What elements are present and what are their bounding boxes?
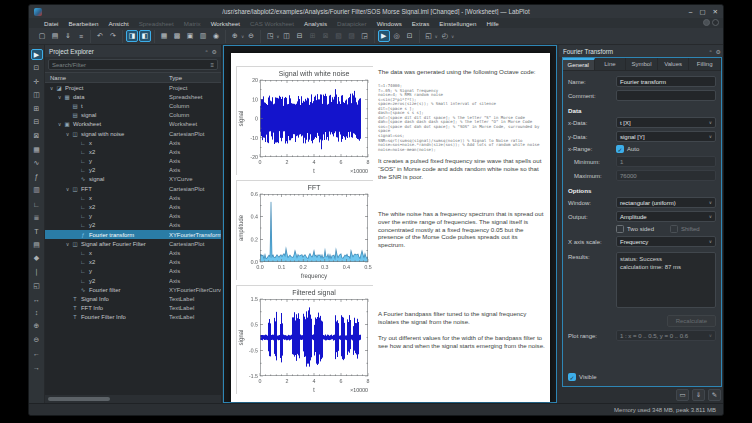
expander-icon[interactable]: ∨ xyxy=(48,85,55,91)
menu-bearbeiten[interactable]: Bearbeiten xyxy=(63,20,103,27)
two-sided-checkbox[interactable] xyxy=(616,225,624,233)
plot-signal-with-noise-canvas[interactable] xyxy=(237,67,374,176)
auto-scale-icon[interactable]: ◱ xyxy=(31,280,43,291)
move-mode-icon[interactable]: ✛ xyxy=(31,76,43,87)
close-button[interactable]: ✕ xyxy=(713,5,718,18)
edit-mode-icon[interactable]: ◲ xyxy=(359,30,371,42)
tab-symbol[interactable]: Symbol xyxy=(626,58,658,70)
tree-row-fourier-transform[interactable]: ƒFourier transformXYFourierTransformCur xyxy=(45,230,221,239)
open-project-icon[interactable]: ▤ xyxy=(49,30,61,42)
crosshair-mode-icon[interactable]: ◎ xyxy=(391,30,403,42)
menu-ansicht[interactable]: Ansicht xyxy=(103,20,133,27)
comment-input[interactable] xyxy=(616,90,716,101)
plot-filtered-signal[interactable] xyxy=(236,285,373,394)
tree-row-fft-info[interactable]: TFFT InfoTextLabel xyxy=(45,304,221,313)
text-label-tryout[interactable]: Try out different values for the width o… xyxy=(378,334,545,350)
add-cartesian-plot-icon[interactable]: ◫ xyxy=(31,90,43,101)
maximize-button[interactable]: ▢ xyxy=(699,5,705,18)
plot-fft[interactable] xyxy=(236,180,373,280)
horizontal-scrollbar[interactable] xyxy=(47,397,219,401)
add-plot-two-axes-icon[interactable]: ⊞ xyxy=(31,103,43,114)
tree-row-y[interactable]: ∟yAxis xyxy=(45,267,221,276)
tree-row-signal-info[interactable]: TSignal InfoTextLabel xyxy=(45,294,221,303)
layout-horizontal-icon[interactable]: ⊟ xyxy=(294,30,306,42)
new-worksheet-icon[interactable]: ▣ xyxy=(184,30,196,42)
menu-worksheet[interactable]: Worksheet xyxy=(206,20,245,27)
menu-einstellungen[interactable]: Einstellungen xyxy=(434,20,481,27)
tree-row-data[interactable]: ∨▦dataSpreadsheet xyxy=(45,92,221,101)
tree-row-fourier-filter[interactable]: ∿Fourier filterXYFourierFilterCurve xyxy=(45,285,221,294)
tab-values[interactable]: Values xyxy=(658,58,690,70)
new-spreadsheet-icon[interactable]: ▦ xyxy=(158,30,170,42)
tab-general[interactable]: General xyxy=(563,58,595,70)
new-matrix-icon[interactable]: ▩ xyxy=(171,30,183,42)
window-select[interactable]: rectangular (uniform)∨ xyxy=(616,197,716,208)
zoom-in-icon[interactable]: ⊕ xyxy=(229,30,241,42)
y-data-select[interactable]: signal [Y]∨ xyxy=(616,131,716,142)
print-icon[interactable]: ≡ xyxy=(75,30,87,42)
scrollbar-thumb[interactable] xyxy=(48,397,110,401)
menu-windows[interactable]: Windows xyxy=(372,20,407,27)
add-plot-two-axes-centered-icon[interactable]: ⊟ xyxy=(31,117,43,128)
plot-filtered-signal-canvas[interactable] xyxy=(237,286,374,395)
type-column-header[interactable]: Type xyxy=(169,75,221,81)
output-select[interactable]: Amplitude∨ xyxy=(616,211,716,222)
visible-checkbox[interactable]: ✓ xyxy=(568,373,576,381)
tree-row-t[interactable]: ▤tColumn xyxy=(45,101,221,110)
undo-icon[interactable]: ↶ xyxy=(94,30,106,42)
tree-row-x2[interactable]: ∟x2Axis xyxy=(45,147,221,156)
tree-row-y[interactable]: ∟yAxis xyxy=(45,212,221,221)
new-notes-icon[interactable]: ▥ xyxy=(197,30,209,42)
export-worksheet-icon[interactable]: ◳ xyxy=(264,30,276,42)
tree-row-project[interactable]: ∨◪ProjectProject xyxy=(45,83,221,92)
load-function-button[interactable]: ▭ xyxy=(676,389,689,401)
expander-icon[interactable]: ∨ xyxy=(56,121,63,127)
add-text-label-icon[interactable]: T xyxy=(31,226,43,237)
chevron-down-icon[interactable]: ∨ xyxy=(435,34,438,39)
shift-right-x-icon[interactable]: → xyxy=(31,362,43,373)
tree-row-signal-after-fourier-filter[interactable]: ∨◫Signal after Fourier FilterCartesianPl… xyxy=(45,239,221,248)
menu-analysis[interactable]: Analysis xyxy=(299,20,332,27)
dock-close-icon[interactable]: ⚙ xyxy=(212,48,217,55)
auto-scale-y-icon[interactable]: ↕ xyxy=(31,307,43,318)
add-axis-icon[interactable]: ∟ xyxy=(31,199,43,210)
select-mode-icon[interactable]: ▶ xyxy=(378,30,390,42)
tree-row-y2[interactable]: ∟y2Axis xyxy=(45,221,221,230)
zoom-out-icon[interactable]: ⊖ xyxy=(245,30,257,42)
dock-float-icon[interactable]: ▫ xyxy=(205,48,207,54)
zoom-select-mode-icon[interactable]: ⊡ xyxy=(404,30,416,42)
tree-row-x[interactable]: ∟xAxis xyxy=(45,193,221,202)
zoom-in-plot-icon[interactable]: ⊕ xyxy=(31,321,43,332)
expander-icon[interactable]: ∨ xyxy=(64,241,71,247)
presenter-mode-icon[interactable]: ◴ xyxy=(439,30,451,42)
tree-row-y2[interactable]: ∟y2Axis xyxy=(45,166,221,175)
search-input[interactable] xyxy=(52,62,210,68)
redo-icon[interactable]: ↷ xyxy=(107,30,119,42)
toggle-project-explorer-icon[interactable]: ◨ xyxy=(126,30,138,42)
tree-row-signal[interactable]: ▤signalColumn xyxy=(45,111,221,120)
add-equation-curve-icon[interactable]: ƒ xyxy=(31,171,43,182)
navigate-mode-icon[interactable]: ▶ xyxy=(31,49,43,60)
worksheet-view[interactable]: The data was generated using the followi… xyxy=(223,45,557,403)
chevron-down-icon[interactable]: ∨ xyxy=(276,34,279,39)
tree-row-y2[interactable]: ∟y2Axis xyxy=(45,276,221,285)
auto-scale-x-icon[interactable]: ↔ xyxy=(31,294,43,305)
menu-datei[interactable]: Datei xyxy=(39,20,63,27)
recalculate-button[interactable]: Recalculate xyxy=(667,315,716,327)
chevron-down-icon[interactable]: ∨ xyxy=(451,34,454,39)
tree-row-x[interactable]: ∟xAxis xyxy=(45,248,221,257)
dock-float-icon[interactable]: ▫ xyxy=(709,48,711,54)
add-reference-line-icon[interactable]: ∣ xyxy=(31,267,43,278)
toggle-properties-dock-icon[interactable]: ◧ xyxy=(139,30,151,42)
new-project-icon[interactable]: ▢ xyxy=(36,30,48,42)
menu-hilfe[interactable]: Hilfe xyxy=(481,20,503,27)
plot-fft-canvas[interactable] xyxy=(237,181,374,281)
add-legend-icon[interactable]: ≣ xyxy=(31,212,43,223)
plot-signal-with-noise[interactable] xyxy=(236,66,373,175)
auto-checkbox[interactable]: ✓ xyxy=(616,145,624,153)
add-histogram-icon[interactable]: ▥ xyxy=(31,185,43,196)
filter-options-icon[interactable]: ≡ xyxy=(210,62,214,68)
add-xy-curve-icon[interactable]: ∿ xyxy=(31,158,43,169)
shift-left-x-icon[interactable]: ← xyxy=(31,348,43,359)
text-label-bandpass[interactable]: A Fourier bandpass filter tuned to the s… xyxy=(378,310,545,326)
